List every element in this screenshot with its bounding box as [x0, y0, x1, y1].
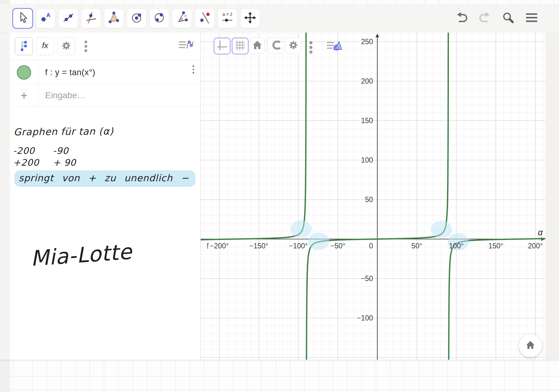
snap-to-grid-icon	[269, 39, 282, 53]
tick-label: 200°	[528, 242, 543, 250]
angle-icon: α	[175, 11, 189, 26]
graphics-panel-button[interactable]	[325, 39, 343, 54]
tick-label: 100°	[449, 242, 464, 250]
algebra-panel: fx f : y = tan(x°)	[10, 33, 201, 360]
right-gutter	[545, 33, 559, 360]
perpendicular-line-tool-button[interactable]	[81, 8, 101, 28]
reflect-tool-button[interactable]	[195, 8, 215, 28]
cursor-icon	[16, 11, 30, 26]
sort-objects-icon	[177, 48, 195, 53]
fx-button[interactable]: fx	[36, 37, 54, 55]
sort-objects-button[interactable]	[177, 38, 195, 53]
tick-label: 100	[361, 156, 373, 164]
plus-icon: +	[21, 89, 27, 102]
note-highlighted-text: springt von + zu unendlich −	[14, 170, 195, 187]
home-icon	[524, 339, 536, 352]
undo-button[interactable]	[454, 11, 469, 26]
add-cell: +	[10, 85, 38, 106]
circle-center-point-icon	[130, 11, 143, 26]
reflect-about-line-icon	[198, 11, 212, 26]
graphics-settings-button[interactable]	[285, 38, 301, 54]
svg-text:α: α	[184, 14, 187, 17]
circle-tool-button[interactable]	[127, 8, 147, 28]
geogebra-app: A	[0, 4, 559, 360]
tick-label: 50	[365, 196, 373, 204]
algebra-more-button[interactable]	[83, 39, 89, 54]
tick-label: −100	[357, 314, 373, 322]
perpendicular-line-icon	[84, 11, 98, 26]
algebra-input-row[interactable]: + Eingabe…	[10, 85, 200, 106]
reset-view-button[interactable]	[519, 334, 542, 357]
search-button[interactable]	[501, 11, 516, 26]
menu-button[interactable]	[524, 11, 539, 26]
squared-paper-bottom	[10, 360, 559, 392]
home-icon	[251, 39, 263, 53]
algebra-view-icon	[18, 39, 30, 53]
slider-label: a = 2	[222, 12, 232, 17]
move-graphics-icon	[243, 11, 257, 26]
ink-highlight-blob	[308, 233, 329, 250]
squared-paper-top	[10, 0, 559, 4]
function-formula[interactable]: f : y = tan(x°)	[38, 68, 95, 77]
curve-label: f	[207, 242, 209, 250]
polygon-icon	[107, 11, 121, 26]
algebra-style-bar: fx	[10, 33, 200, 60]
tick-label: −150°	[249, 242, 268, 250]
graphics-more-button[interactable]	[308, 40, 314, 55]
tick-label: −50	[361, 274, 373, 283]
slider-icon: a = 2	[221, 11, 234, 26]
algebra-view-button[interactable]	[15, 37, 33, 55]
polygon-tool-button[interactable]	[104, 8, 124, 28]
menu-icon	[524, 11, 539, 26]
x-axis-label: α	[538, 228, 543, 237]
note-value: +200	[13, 157, 50, 168]
snap-to-grid-button[interactable]	[267, 38, 283, 54]
axes-icon	[216, 39, 228, 53]
tick-label: −100°	[289, 242, 308, 250]
move-tool-button[interactable]	[12, 8, 33, 29]
line-tool-button[interactable]	[58, 8, 78, 28]
algebra-row-f[interactable]: f : y = tan(x°)	[10, 60, 200, 85]
axes-toggle-button[interactable]	[214, 38, 231, 54]
signature: Mia-Lotte	[30, 239, 133, 271]
point-tool-button[interactable]: A	[36, 8, 56, 28]
note-value: -90	[53, 145, 90, 156]
visibility-cell	[10, 60, 38, 85]
ink-highlight-blob	[291, 220, 312, 238]
tick-label: −50°	[330, 242, 345, 250]
move-graphics-tool-button[interactable]	[240, 8, 260, 28]
standard-view-button[interactable]	[250, 38, 265, 54]
undo-icon	[454, 11, 469, 26]
redo-button[interactable]	[477, 11, 492, 26]
tick-label: 50°	[412, 242, 422, 250]
graphics-panel-icon	[325, 49, 343, 54]
svg-text:fx: fx	[42, 41, 49, 50]
algebra-input[interactable]: Eingabe…	[38, 90, 86, 100]
toolbar: A	[0, 4, 559, 33]
algebra-settings-button[interactable]	[57, 37, 75, 55]
graphics-svg: −200°−150°−100°−50°050°100°150°200°25020…	[201, 33, 545, 360]
fx-icon: fx	[39, 39, 51, 53]
tick-label: 200	[361, 77, 373, 85]
y-axis-arrow	[375, 34, 379, 37]
graphics-view[interactable]: −200°−150°−100°−50°050°100°150°200°25020…	[201, 33, 545, 360]
row-more-button[interactable]	[191, 64, 196, 75]
search-icon	[501, 11, 515, 26]
visibility-toggle[interactable]	[17, 65, 31, 80]
ink-highlight-blob	[431, 221, 452, 238]
tick-label: 150	[361, 117, 373, 125]
svg-text:A: A	[46, 12, 50, 18]
line-icon	[62, 11, 75, 26]
circle-two-points-icon	[152, 11, 166, 26]
tick-label: −200°	[210, 242, 229, 250]
grid-toggle-button[interactable]	[232, 38, 249, 54]
note-value: + 90	[53, 157, 90, 168]
gear-icon	[60, 39, 72, 53]
grid-icon	[234, 39, 246, 53]
redo-icon	[478, 11, 492, 26]
conic-tool-button[interactable]	[149, 8, 169, 28]
note-title: Graphen für tan (α)	[14, 126, 114, 138]
angle-tool-button[interactable]: α	[172, 8, 192, 28]
point-icon: A	[39, 11, 53, 26]
slider-tool-button[interactable]: a = 2	[217, 8, 237, 28]
